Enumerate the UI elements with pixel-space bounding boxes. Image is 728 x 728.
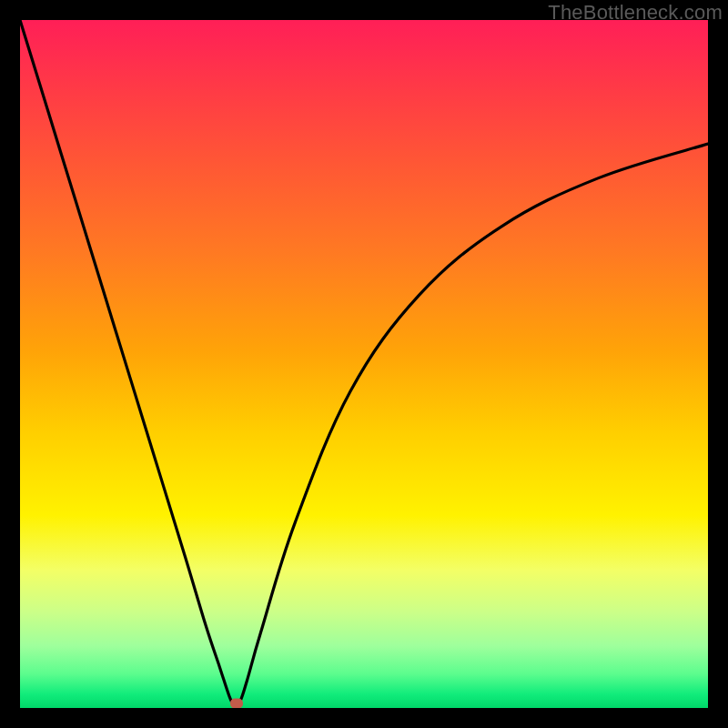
- bottleneck-curve: [20, 20, 708, 708]
- chart-frame: [20, 20, 708, 708]
- plot-area: [20, 20, 708, 708]
- optimum-marker: [230, 698, 243, 708]
